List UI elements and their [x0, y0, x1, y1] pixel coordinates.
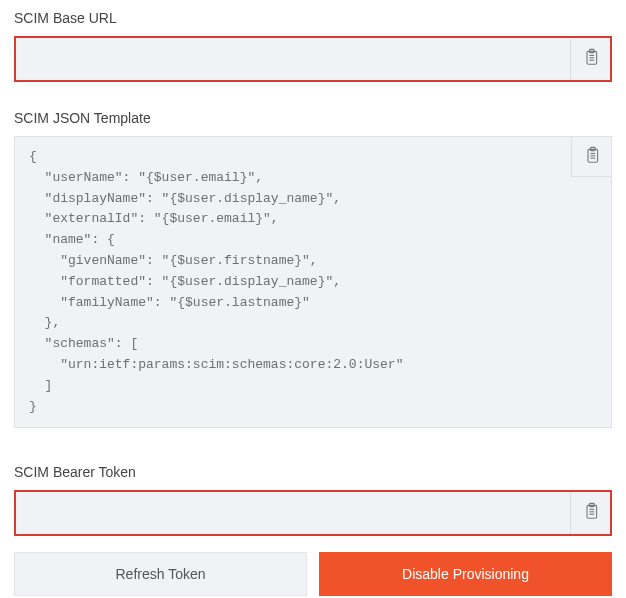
scim-bearer-token-label: SCIM Bearer Token — [14, 464, 612, 480]
copy-json-template-button[interactable] — [571, 137, 611, 177]
scim-bearer-token-field — [14, 490, 612, 536]
scim-json-template-field: { "userName": "{$user.email}", "displayN… — [14, 136, 612, 428]
copy-base-url-button[interactable] — [570, 38, 610, 80]
copy-bearer-token-button[interactable] — [570, 492, 610, 534]
scim-base-url-value — [16, 38, 570, 80]
scim-bearer-token-value — [16, 492, 570, 534]
refresh-token-button[interactable]: Refresh Token — [14, 552, 307, 596]
scim-settings-panel: SCIM Base URL SCIM JSON Template { "user… — [0, 0, 626, 598]
clipboard-icon — [584, 146, 600, 168]
action-buttons-row: Refresh Token Disable Provisioning — [14, 552, 612, 596]
json-template-scroll[interactable]: { "userName": "{$user.email}", "displayN… — [15, 137, 611, 427]
scim-base-url-field — [14, 36, 612, 82]
clipboard-icon — [583, 48, 599, 70]
clipboard-icon — [583, 502, 599, 524]
json-template-code: { "userName": "{$user.email}", "displayN… — [29, 147, 611, 417]
scim-base-url-label: SCIM Base URL — [14, 10, 612, 26]
disable-provisioning-button[interactable]: Disable Provisioning — [319, 552, 612, 596]
scim-json-template-label: SCIM JSON Template — [14, 110, 612, 126]
